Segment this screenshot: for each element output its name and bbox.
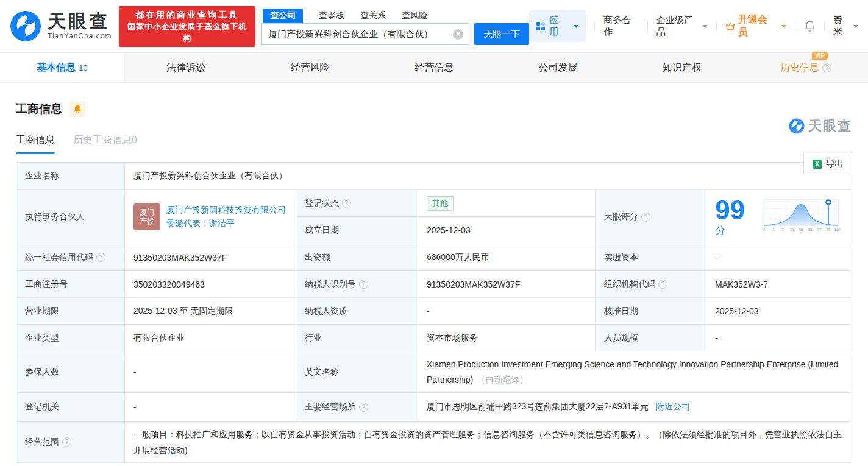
credit-code-text: 统一社会信用代码: [25, 252, 93, 263]
svg-text:97: 97: [817, 227, 822, 231]
divider: [795, 22, 795, 31]
chevron-down-icon: [853, 25, 858, 28]
search-block: 查公司 查老板 查关系 查风险 ✕ 天眼一下: [261, 7, 529, 45]
search-tab-boss[interactable]: 查老板: [319, 9, 344, 23]
credit-code-label: 统一社会信用代码?: [16, 244, 125, 271]
clear-search-icon[interactable]: ✕: [453, 29, 463, 40]
address-text: 厦门市思明区前埔中路323号莲前集团大厦22层2-A931单元: [427, 401, 649, 412]
partner-avatar[interactable]: 厦门 产投: [133, 203, 160, 230]
help-icon[interactable]: ?: [342, 199, 351, 208]
help-icon[interactable]: ?: [658, 280, 667, 289]
avatar-line1: 厦门: [140, 208, 154, 217]
tab-history-info-label: 历史信息: [780, 62, 819, 72]
excel-icon: X: [813, 160, 822, 169]
subtab-business-info[interactable]: 工商信息: [16, 134, 55, 154]
tab-company-development[interactable]: 公司发展: [496, 53, 620, 82]
svg-text:0: 0: [763, 227, 766, 231]
nav-enterprise-products[interactable]: 企业级产品: [656, 15, 708, 38]
tab-operating-risk[interactable]: 经营风险: [248, 53, 372, 82]
help-icon[interactable]: ?: [641, 213, 650, 222]
help-icon[interactable]: ?: [359, 280, 368, 289]
tianyancha-logo[interactable]: 天眼查 TianYanCha.com: [10, 10, 112, 42]
section-title: 工商信息: [16, 101, 62, 117]
monitor-bell-button[interactable]: [69, 101, 85, 117]
notification-bell-icon[interactable]: [804, 20, 816, 32]
tab-basic-info-count: 10: [79, 63, 87, 72]
tianyancha-logo-icon: [10, 10, 41, 42]
tab-history-info[interactable]: 历史信息 VIP ?: [744, 53, 868, 82]
divider: [824, 22, 825, 31]
tianyan-score-text: 天眼评分: [604, 211, 638, 222]
header-nav: 应用 商务合作 企业级产品 开通会员 费米: [529, 10, 858, 42]
svg-text:3: 3: [781, 227, 784, 231]
chevron-down-icon: [703, 25, 708, 28]
contribution-label: 出资额: [296, 244, 418, 271]
chevron-down-icon: [781, 25, 786, 28]
svg-text:99: 99: [827, 227, 831, 231]
search-tab-relation[interactable]: 查关系: [360, 9, 386, 23]
logo-domain: TianYanCha.com: [48, 32, 112, 40]
banner-line2: 国家中小企业发展子基金旗下机构: [125, 21, 249, 44]
tianyan-score-value: 99分 0 1 3 1: [706, 190, 852, 244]
search-button[interactable]: 天眼一下: [474, 23, 529, 45]
user-menu[interactable]: 费米: [833, 15, 858, 38]
reg-authority-value: -: [125, 393, 296, 422]
approval-date-label: 核准日期: [596, 298, 706, 325]
company-name-value: 厦门产投新兴科创合伙企业（有限合伙）: [125, 163, 852, 190]
divider: [647, 22, 648, 31]
score-marker-pin: [827, 200, 831, 205]
approval-date-value: 2025-12-03: [706, 298, 852, 325]
tab-operating-info[interactable]: 经营信息: [372, 53, 496, 82]
export-button[interactable]: X 导出: [803, 154, 852, 174]
org-code-value: MAK352W3-7: [706, 271, 852, 298]
tab-legal-label: 法律诉讼: [166, 62, 205, 74]
help-icon[interactable]: ?: [822, 63, 831, 72]
help-icon[interactable]: ?: [62, 437, 71, 447]
watermark-text: 天眼查: [808, 117, 852, 135]
nearby-companies-link[interactable]: 附近公司: [656, 401, 690, 412]
insured-count-label: 参保人数: [16, 351, 125, 393]
company-type-value: 有限合伙企业: [125, 325, 296, 351]
executive-partner-cell: 厦门 产投 厦门产投新圆科技投资有限公司 委派代表：谢洁平: [125, 190, 296, 244]
business-scope-value: 一般项目：科技推广和应用服务；以自有资金从事投资活动；自有资金投资的资产管理服务…: [125, 422, 852, 462]
search-input[interactable]: [261, 23, 469, 45]
export-label: 导出: [826, 158, 843, 169]
partner-company-link[interactable]: 厦门产投新圆科技投资有限公司: [166, 205, 286, 216]
nav-cooperation[interactable]: 商务合作: [603, 15, 639, 38]
logo-title: 天眼查: [48, 12, 112, 30]
score-distribution-chart: 0 1 3 15 50 85 97 99 100: [759, 195, 843, 239]
username: 费米: [833, 15, 850, 38]
tab-intellectual-property[interactable]: 知识产权: [620, 53, 744, 82]
score-number: 99: [715, 195, 745, 225]
search-tab-risk[interactable]: 查风险: [402, 9, 427, 23]
svg-text:100: 100: [834, 227, 841, 231]
subtab-history-business-info[interactable]: 历史工商信息0: [73, 134, 137, 154]
english-name-value: Xiamen Production Investment Emerging Sc…: [418, 351, 852, 393]
apps-grid-icon: [536, 22, 545, 31]
company-name-label: 企业名称: [16, 163, 125, 190]
tab-operating-info-label: 经营信息: [414, 62, 454, 74]
help-icon[interactable]: ?: [96, 253, 105, 262]
insured-count-value: -: [125, 351, 296, 393]
business-place-label: 主要经营场所?: [296, 393, 418, 422]
search-tab-company[interactable]: 查公司: [263, 9, 303, 23]
help-icon[interactable]: ?: [359, 403, 368, 412]
industry-label: 行业: [296, 325, 418, 351]
delegate-representative-link[interactable]: 委派代表：谢洁平: [166, 218, 286, 229]
business-place-text: 主要经营场所: [305, 401, 356, 412]
chevron-down-icon: [574, 25, 578, 28]
business-info-table: 企业名称 厦门产投新兴科创合伙企业（有限合伙） 执行事务合伙人 厦门 产投 厦门…: [16, 162, 852, 463]
tab-legal[interactable]: 法律诉讼: [124, 53, 247, 82]
apps-menu-button[interactable]: 应用: [529, 10, 586, 42]
svg-text:1: 1: [772, 227, 775, 231]
avatar-line2: 产投: [140, 217, 154, 226]
tab-basic-info-label: 基本信息: [37, 62, 76, 74]
main-tabstrip: 基本信息 10 法律诉讼 经营风险 经营信息 公司发展 知识产权 历史信息 VI…: [0, 52, 868, 83]
tab-basic-info[interactable]: 基本信息 10: [0, 53, 124, 82]
taxpayer-quality-value: -: [418, 298, 596, 325]
reg-authority-label: 登记机关: [16, 393, 125, 422]
open-vip-button[interactable]: 开通会员: [725, 13, 786, 39]
tianyancha-watermark-icon: [789, 118, 805, 134]
org-code-label: 组织机构代码?: [596, 271, 706, 298]
registration-status-text: 登记状态: [305, 198, 339, 209]
